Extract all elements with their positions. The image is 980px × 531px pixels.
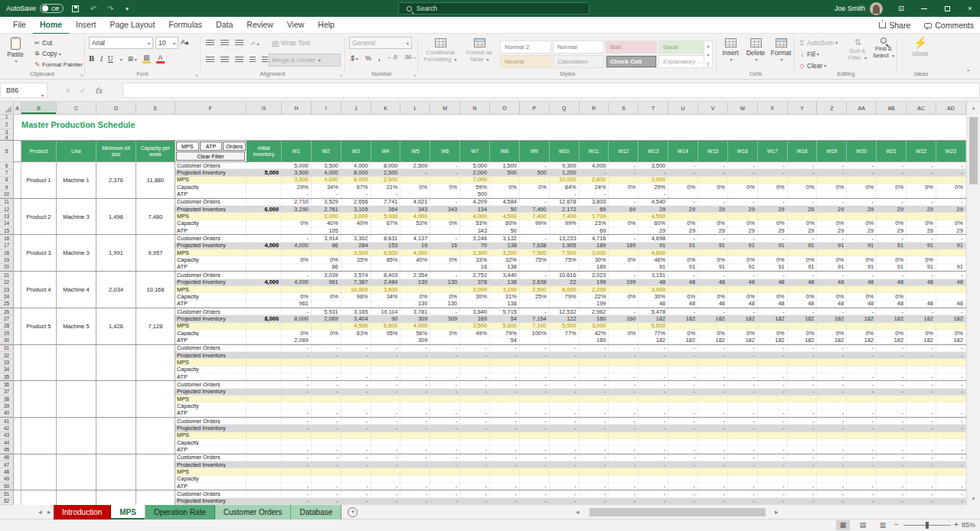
week-cell[interactable] [817,191,847,197]
autosave-toggle[interactable]: AutoSave Off [6,0,64,17]
week-cell[interactable]: 1,905 [550,243,580,249]
find-select-button[interactable]: Find & Select ▾ [871,36,897,60]
week-cell[interactable]: 182 [877,315,906,321]
week-cell[interactable] [520,468,550,474]
week-cell[interactable]: 4,698 [639,235,668,241]
week-cell[interactable]: 29 [698,206,728,212]
week-cell[interactable]: - [312,345,341,351]
week-cell[interactable]: 0% [728,330,758,336]
borders-button[interactable]: ⊞▾ [128,55,137,63]
week-cell[interactable]: - [906,345,936,351]
week-cell[interactable]: - [817,345,847,351]
week-cell[interactable]: - [728,199,758,205]
font-family-select[interactable]: Arial▾ [89,37,153,49]
week-cell[interactable]: 91 [698,264,728,270]
week-cell[interactable]: 29% [639,184,668,190]
week-cell[interactable]: - [758,498,788,504]
column-header-U[interactable]: U [668,102,698,114]
week-cell[interactable]: - [817,461,847,467]
row-header[interactable]: 11 [0,199,14,206]
week-cell[interactable] [936,432,966,438]
week-cell[interactable]: 91 [758,264,788,270]
initial-inventory-cell[interactable] [247,345,282,351]
week-cell[interactable]: 0% [936,184,966,190]
week-cell[interactable] [341,366,371,373]
product-info-cell[interactable]: Machine 3 [57,199,96,235]
week-cell[interactable] [817,213,847,219]
week-cell[interactable]: 0% [847,256,877,262]
week-cell[interactable]: - [490,373,520,380]
week-cell[interactable]: 182 [788,337,818,343]
week-cell[interactable]: 4,500 [490,213,520,219]
column-header-R[interactable]: R [580,102,609,114]
row-header[interactable]: 50 [0,483,14,490]
week-cell[interactable]: - [936,199,966,205]
week-cell[interactable]: - [609,272,639,278]
week-cell[interactable] [371,337,401,343]
week-cell[interactable]: 12,532 [550,308,580,314]
week-cell[interactable] [847,468,877,474]
week-cell[interactable]: - [936,162,966,168]
week-cell[interactable] [788,323,818,329]
week-cell[interactable]: 77% [639,330,668,336]
week-cell[interactable]: 8,000 [282,315,312,321]
week-cell[interactable] [877,359,906,365]
week-cell[interactable] [906,468,936,474]
week-cell[interactable]: - [668,498,698,504]
week-cell[interactable] [906,191,936,197]
week-cell[interactable] [341,301,371,307]
week-cell[interactable]: - [728,373,758,380]
empty-info-cell[interactable] [96,454,136,490]
week-cell[interactable]: 0% [847,330,877,336]
close-icon[interactable]: × [962,0,978,17]
row-label[interactable]: ATP [175,264,247,270]
align-middle-icon[interactable] [220,40,229,46]
week-cell[interactable] [906,402,936,409]
week-cell[interactable]: 0% [877,256,906,262]
week-cell[interactable] [460,396,490,402]
week-cell[interactable]: - [936,498,966,504]
week-cell[interactable]: 0% [906,184,936,190]
initial-inventory-cell[interactable] [247,490,282,497]
week-cell[interactable] [936,359,966,365]
week-cell[interactable] [847,402,877,409]
wrap-text-button[interactable]: ab Wrap Text [272,39,310,47]
week-cell[interactable]: 48 [877,279,906,285]
week-cell[interactable]: - [639,461,668,467]
week-cell[interactable]: - [728,410,758,416]
cell-a[interactable] [14,162,21,198]
week-cell[interactable]: 169 [460,315,490,321]
week-cell[interactable] [817,476,847,482]
week-cell[interactable] [609,359,639,365]
initial-inventory-cell[interactable] [247,446,282,452]
week-cell[interactable] [788,402,818,409]
week-cell[interactable]: - [936,169,966,175]
week-cell[interactable]: - [877,169,906,175]
style-normal[interactable]: Normal [553,41,604,54]
week-cell[interactable]: - [430,498,460,504]
ribbon-display-options-icon[interactable]: ⊡ [893,0,910,17]
product-info-cell[interactable]: 7,480 [136,199,175,235]
week-cell[interactable]: - [817,169,847,175]
week-cell[interactable]: - [520,308,550,314]
week-cell[interactable]: 0% [788,184,818,190]
week-cell[interactable]: - [490,381,520,387]
week-cell[interactable]: 3,039 [312,272,341,278]
row-label[interactable]: Customer Orders [175,162,247,168]
week-cell[interactable]: 3,803 [580,199,609,205]
week-cell[interactable] [758,476,788,482]
week-cell[interactable]: 0% [788,256,818,262]
column-header-N[interactable]: N [460,102,490,114]
week-cell[interactable] [698,213,728,219]
week-cell[interactable] [400,227,430,233]
week-cell[interactable]: 182 [698,315,728,321]
week-cell[interactable]: 29 [639,206,668,212]
week-cell[interactable]: - [430,373,460,380]
week-cell[interactable]: - [490,483,520,489]
week-cell[interactable]: - [758,381,788,387]
week-cell[interactable]: - [639,373,668,380]
week-cell[interactable]: - [817,373,847,380]
week-cell[interactable]: 3,000 [580,249,609,256]
week-cell[interactable] [609,476,639,482]
week-cell[interactable]: 91 [728,264,758,270]
